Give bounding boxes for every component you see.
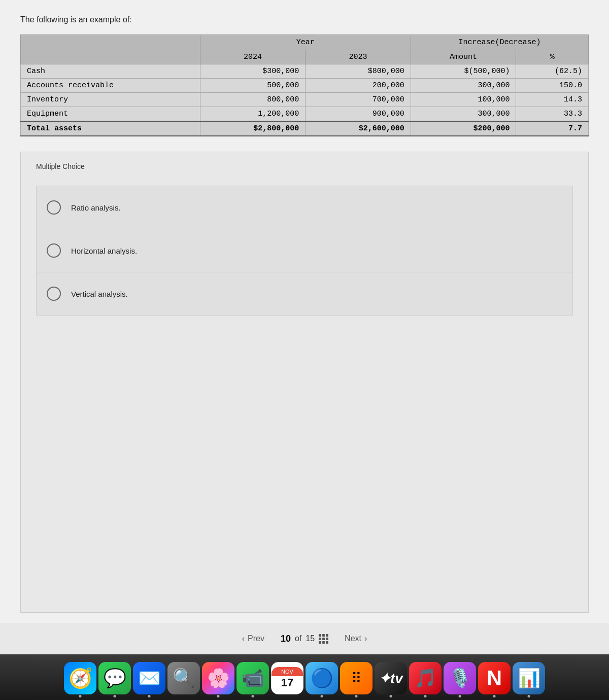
spotlight-icon: 🔍 — [173, 668, 195, 689]
table-row: Inventory 800,000 700,000 100,000 14.3 — [21, 93, 589, 107]
music-icon: 🎵 — [414, 668, 437, 689]
grid-icon[interactable] — [319, 634, 328, 644]
amount-3: 300,000 — [411, 107, 516, 122]
table-header-top: Year Increase(Decrease) — [21, 35, 589, 50]
mc-option-2[interactable]: Vertical analysis. — [36, 272, 573, 316]
percent-2: 14.3 — [516, 93, 589, 107]
dock-appletv[interactable]: ✦tv — [375, 662, 407, 694]
grid-dot — [322, 641, 325, 644]
grid-dot — [319, 638, 321, 640]
navigation-bar: ‹ Prev 10 of 15 Next › — [0, 623, 609, 654]
keynote-icon: 📊 — [518, 668, 540, 689]
dock: 🧭 💬 ✉️ 🔍 🌸 📹 NOV 17 🔵 ⠿ ✦tv 🎵 🎙️ — [0, 654, 609, 700]
safari-icon: 🧭 — [69, 667, 92, 689]
grid-dot — [319, 634, 321, 637]
photos-icon: 🌸 — [207, 668, 230, 689]
grid-dot — [322, 634, 325, 637]
calendar-day: 17 — [281, 676, 293, 689]
next-chevron-icon: › — [364, 634, 367, 643]
next-button[interactable]: Next › — [339, 631, 373, 646]
year2023-2: 700,000 — [306, 93, 411, 107]
total-y2023: $2,600,000 — [306, 121, 411, 136]
music-dot — [424, 695, 427, 697]
table-body: Cash $300,000 $800,000 $(500,000) (62.5)… — [21, 64, 589, 136]
mc-option-1[interactable]: Horizontal analysis. — [36, 229, 573, 272]
mc-options-container: Ratio analysis. Horizontal analysis. Ver… — [36, 186, 573, 316]
account-name-0: Cash — [21, 64, 200, 79]
table-container: Year Increase(Decrease) 2024 2023 Amount… — [20, 34, 589, 136]
of-label: of — [295, 634, 301, 643]
calendar-month: NOV — [272, 667, 303, 676]
dock-facetime[interactable]: 📹 — [236, 662, 269, 694]
year2024-3: 1,200,000 — [200, 107, 306, 122]
grid-dot — [326, 634, 328, 637]
finder-icon: 🔵 — [311, 668, 333, 689]
radio-0 — [47, 200, 61, 215]
appletv-icon: ✦tv — [379, 670, 403, 687]
multiple-choice-section: Multiple Choice Ratio analysis. Horizont… — [20, 152, 589, 613]
main-content: The following is an example of: Year Inc… — [0, 0, 609, 623]
th-amount: Amount — [411, 50, 516, 64]
facetime-icon: 📹 — [242, 668, 264, 689]
page-info: 10 of 15 — [281, 634, 328, 644]
prev-button[interactable]: ‹ Prev — [236, 631, 270, 646]
table-row: Cash $300,000 $800,000 $(500,000) (62.5) — [21, 64, 589, 79]
dock-podcasts[interactable]: 🎙️ — [444, 662, 476, 694]
dock-messages[interactable]: 💬 — [98, 662, 131, 694]
radio-1 — [47, 243, 61, 258]
th-accounts-empty — [21, 35, 200, 50]
launchpad-icon: ⠿ — [351, 670, 362, 687]
dock-photos[interactable]: 🌸 — [202, 662, 234, 694]
total-account: Total assets — [21, 121, 200, 136]
dock-calendar[interactable]: NOV 17 — [271, 662, 303, 694]
amount-1: 300,000 — [411, 79, 516, 93]
messages-icon: 💬 — [104, 668, 126, 689]
total-pages: 15 — [306, 634, 315, 643]
news-dot — [493, 695, 496, 697]
percent-3: 33.3 — [516, 107, 589, 122]
grid-dot — [326, 641, 328, 644]
podcasts-dot — [459, 695, 461, 697]
year2024-0: $300,000 — [200, 64, 306, 79]
grid-dot — [326, 638, 328, 640]
podcasts-icon: 🎙️ — [449, 668, 471, 689]
th-percent: % — [516, 50, 589, 64]
account-name-1: Accounts receivable — [21, 79, 200, 93]
intro-text: The following is an example of: — [20, 15, 589, 24]
keynote-dot — [528, 695, 530, 697]
option-text-1: Horizontal analysis. — [71, 247, 137, 255]
dock-safari[interactable]: 🧭 — [64, 662, 96, 694]
dock-finder[interactable]: 🔵 — [306, 662, 338, 694]
dock-spotlight[interactable]: 🔍 — [167, 662, 200, 694]
percent-0: (62.5) — [516, 64, 589, 79]
total-percent: 7.7 — [516, 121, 589, 136]
account-name-3: Equipment — [21, 107, 200, 122]
total-row: Total assets $2,800,000 $2,600,000 $200,… — [21, 121, 589, 136]
year2024-2: 800,000 — [200, 93, 306, 107]
data-table: Year Increase(Decrease) 2024 2023 Amount… — [20, 34, 589, 136]
percent-1: 150.0 — [516, 79, 589, 93]
table-header-sub: 2024 2023 Amount % — [21, 50, 589, 64]
dock-music[interactable]: 🎵 — [409, 662, 442, 694]
th-2024: 2024 — [200, 50, 306, 64]
safari-dot — [79, 695, 82, 697]
mc-option-0[interactable]: Ratio analysis. — [36, 186, 573, 229]
appletv-dot — [390, 695, 392, 697]
multiple-choice-label: Multiple Choice — [36, 162, 573, 170]
messages-dot — [114, 695, 116, 697]
mail-icon: ✉️ — [138, 668, 161, 689]
year2023-0: $800,000 — [306, 64, 411, 79]
dock-launchpad[interactable]: ⠿ — [340, 662, 373, 694]
th-accounts-sub — [21, 50, 200, 64]
table-row: Accounts receivable 500,000 200,000 300,… — [21, 79, 589, 93]
th-increase-decrease: Increase(Decrease) — [411, 35, 588, 50]
dock-keynote[interactable]: 📊 — [513, 662, 545, 694]
radio-2 — [47, 287, 61, 301]
dock-news[interactable]: N — [478, 662, 511, 694]
th-2023: 2023 — [306, 50, 411, 64]
total-amount: $200,000 — [411, 121, 516, 136]
dock-mail[interactable]: ✉️ — [133, 662, 165, 694]
prev-chevron-icon: ‹ — [242, 634, 245, 643]
amount-2: 100,000 — [411, 93, 516, 107]
table-row: Equipment 1,200,000 900,000 300,000 33.3 — [21, 107, 589, 122]
